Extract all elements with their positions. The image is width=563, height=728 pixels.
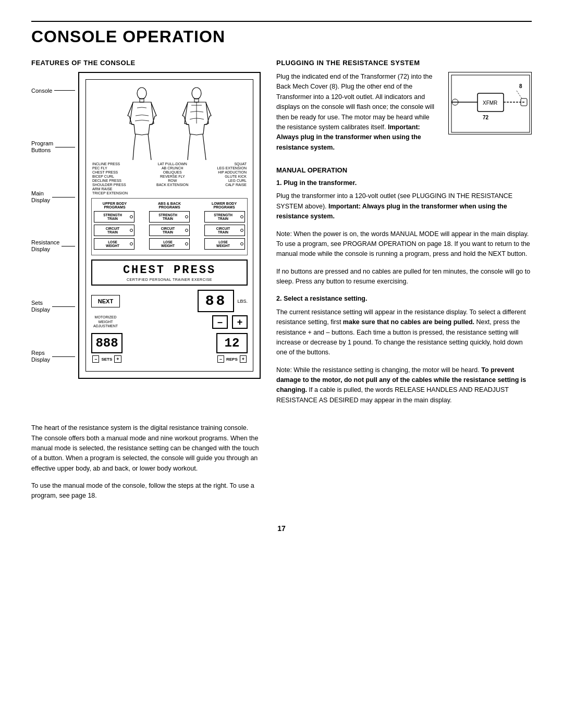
lower-circuit-dot bbox=[240, 229, 243, 232]
lower-strength-dot bbox=[240, 215, 243, 218]
reps-ctrl: – REPS + bbox=[217, 355, 247, 363]
svg-point-0 bbox=[137, 88, 146, 99]
lower-lose-dot bbox=[240, 242, 243, 245]
step1-heading: 1. Plug in the transformer. bbox=[276, 178, 532, 188]
abs-strength-btn[interactable]: STRENGTHTRAIN bbox=[149, 211, 190, 223]
program-buttons-section: UPPER BODY PROGRAMS ABS & BACK PROGRAMS … bbox=[91, 198, 248, 255]
left-exercise-list: INCLINE PRESS PEC FLY CHEST PRESS BICEP … bbox=[92, 162, 128, 195]
sets-display: 888 bbox=[91, 333, 123, 353]
sets-display-wrap: 888 – SETS + bbox=[91, 333, 123, 363]
lose-weight-row: LOSEWEIGHT LOSEWEIGHT LOSEWEIGHT bbox=[94, 238, 245, 250]
upper-circuit-btn[interactable]: CIRCUITTRAIN bbox=[94, 225, 134, 236]
console-diagram: INCLINE PRESS PEC FLY CHEST PRESS BICEP … bbox=[78, 72, 261, 379]
lower-strength-btn[interactable]: STRENGTHTRAIN bbox=[204, 211, 245, 223]
step2-heading: 2. Select a resistance setting. bbox=[276, 294, 532, 304]
lower-circuit-btn[interactable]: CIRCUITTRAIN bbox=[204, 225, 245, 236]
lower-lose-btn[interactable]: LOSEWEIGHT bbox=[204, 238, 245, 250]
step1-note: Note: When the power is on, the words MA… bbox=[276, 229, 532, 260]
resistance-display-label: Resistance Display bbox=[31, 239, 75, 253]
circuit-train-row: CIRCUITTRAIN CIRCUITTRAIN CIRCUITTRAIN bbox=[94, 225, 245, 236]
svg-point-2 bbox=[192, 88, 201, 99]
step1-text: Plug the transformer into a 120-volt out… bbox=[276, 191, 532, 221]
motorized-label: MOTORIZED WEIGHT ADJUSTMENT bbox=[91, 315, 120, 328]
reps-display-line bbox=[52, 356, 75, 357]
minus-button[interactable]: – bbox=[212, 315, 228, 329]
abs-circuit-btn[interactable]: CIRCUITTRAIN bbox=[149, 225, 190, 236]
lower-body-label: LOWER BODY PROGRAMS bbox=[203, 202, 245, 209]
lower-para2: To use the manual mode of the console, f… bbox=[31, 481, 261, 501]
mid-exercise-list: LAT PULL-DOWN AB CRUNCH OBLIQUES REVERSE… bbox=[156, 162, 188, 195]
strength-train-row: STRENGTHTRAIN STRENGTHTRAIN STRENGTHTRAI… bbox=[94, 211, 245, 223]
plugging-heading: PLUGGING IN THE RESISTANCE SYSTEM bbox=[276, 59, 532, 67]
step1: 1. Plug in the transformer. Plug the tra… bbox=[276, 178, 532, 287]
sets-display-line bbox=[52, 306, 75, 307]
top-border bbox=[31, 21, 532, 22]
reps-display-wrap: 12 – REPS + bbox=[216, 333, 248, 363]
step2: 2. Select a resistance setting. The curr… bbox=[276, 294, 532, 405]
reps-display-label: Reps Display bbox=[31, 350, 75, 363]
abs-circuit-dot bbox=[185, 229, 188, 232]
main-content: FEATURES OF THE CONSOLE Console Program … bbox=[31, 59, 532, 413]
diagram-inner: INCLINE PRESS PEC FLY CHEST PRESS BICEP … bbox=[85, 79, 253, 372]
abs-lose-btn[interactable]: LOSEWEIGHT bbox=[149, 238, 190, 250]
plugging-section: Plug the indicated end of the Transforme… bbox=[276, 72, 532, 160]
lower-section: The heart of the resistance system is th… bbox=[31, 423, 532, 509]
step1-sleep: If no buttons are pressed and no cables … bbox=[276, 267, 532, 287]
manual-op-heading: MANUAL OPERATION bbox=[276, 166, 532, 174]
abs-back-label: ABS & BACK PROGRAMS bbox=[149, 202, 190, 209]
svg-text:72: 72 bbox=[483, 115, 489, 120]
step2-note: Note: While the resistance setting is ch… bbox=[276, 365, 532, 406]
plugging-text: Plug the indicated end of the Transforme… bbox=[276, 72, 440, 160]
upper-strength-btn[interactable]: STRENGTHTRAIN bbox=[94, 211, 134, 223]
upper-lose-dot bbox=[130, 242, 133, 245]
reps-minus-btn[interactable]: – bbox=[217, 355, 224, 363]
console-label: Console bbox=[31, 88, 75, 94]
back-body-figure bbox=[177, 87, 216, 160]
resistance-row: NEXT 88 LBS. bbox=[91, 290, 248, 312]
sets-display-label: Sets Display bbox=[31, 300, 75, 313]
svg-text:XFMR: XFMR bbox=[483, 100, 497, 106]
sets-minus-btn[interactable]: – bbox=[92, 355, 99, 363]
plus-button[interactable]: + bbox=[232, 315, 248, 329]
main-display-line bbox=[52, 197, 75, 198]
lower-para1: The heart of the resistance system is th… bbox=[31, 423, 261, 474]
svg-text:8: 8 bbox=[519, 83, 522, 89]
sets-ctrl: – SETS + bbox=[92, 355, 121, 363]
main-display-label: Main Display bbox=[31, 190, 75, 204]
transformer-diagram: XFMR 72 8 bbox=[448, 72, 532, 134]
lbs-label: LBS. bbox=[237, 299, 248, 304]
resistance-display: 88 bbox=[198, 290, 234, 312]
transformer-svg: XFMR 72 8 bbox=[449, 72, 532, 134]
right-exercise-list: SQUAT LEG EXTENSION HIP ADDUCTION GLUTE … bbox=[217, 162, 247, 195]
page-title: CONSOLE OPERATION bbox=[31, 27, 532, 46]
upper-strength-dot bbox=[130, 215, 133, 218]
reps-plus-btn[interactable]: + bbox=[240, 355, 247, 363]
right-column: PLUGGING IN THE RESISTANCE SYSTEM Plug t… bbox=[276, 59, 532, 413]
plugging-para: Plug the indicated end of the Transforme… bbox=[276, 72, 440, 153]
body-figures bbox=[91, 85, 248, 162]
page: CONSOLE OPERATION FEATURES OF THE CONSOL… bbox=[0, 0, 563, 728]
lower-right bbox=[276, 423, 532, 509]
reps-display: 12 bbox=[216, 333, 248, 353]
upper-body-label: UPPER BODY PROGRAMS bbox=[94, 202, 136, 209]
main-display: CHEST PRESS CERTIFIED PERSONAL TRAINER E… bbox=[91, 260, 248, 286]
console-line bbox=[54, 90, 75, 91]
program-buttons-line bbox=[55, 147, 75, 147]
left-labels: Console Program Buttons Main Display Res… bbox=[31, 72, 78, 379]
front-body-figure bbox=[123, 87, 162, 160]
labeled-diagram: Console Program Buttons Main Display Res… bbox=[31, 72, 261, 379]
upper-circuit-dot bbox=[130, 229, 133, 232]
features-heading: FEATURES OF THE CONSOLE bbox=[31, 59, 261, 67]
weight-adj-row: MOTORIZED WEIGHT ADJUSTMENT – + bbox=[91, 315, 248, 329]
chest-press-display: CHEST PRESS bbox=[96, 264, 242, 277]
upper-lose-btn[interactable]: LOSEWEIGHT bbox=[94, 238, 134, 250]
left-column: FEATURES OF THE CONSOLE Console Program … bbox=[31, 59, 261, 413]
sets-reps-row: 888 – SETS + 12 – bbox=[91, 333, 248, 363]
next-button[interactable]: NEXT bbox=[91, 295, 120, 307]
cpt-text: CERTIFIED PERSONAL TRAINER EXERCISE bbox=[96, 278, 242, 281]
page-number: 17 bbox=[31, 524, 532, 533]
resistance-display-line bbox=[62, 246, 75, 246]
step2-text: The current resistance setting will appe… bbox=[276, 307, 532, 358]
program-buttons-label: Program Buttons bbox=[31, 140, 75, 154]
sets-plus-btn[interactable]: + bbox=[114, 355, 121, 363]
